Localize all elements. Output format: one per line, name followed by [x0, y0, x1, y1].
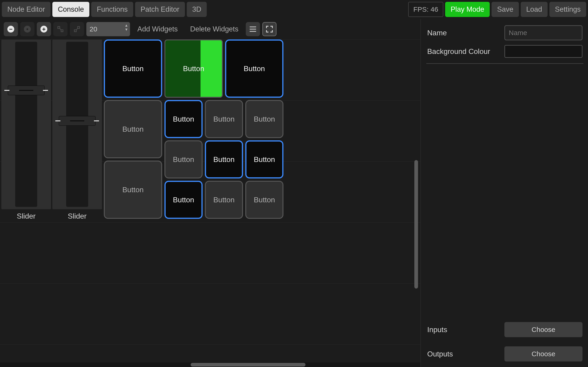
grid-size-value: 20 [90, 25, 97, 33]
zoom-in-icon: + [40, 26, 47, 33]
add-widgets-button[interactable]: Add Widgets [132, 22, 183, 36]
grid-button[interactable]: Button [164, 140, 203, 178]
top-bar: Node Editor Console Functions Patch Edit… [0, 0, 588, 19]
inspector-row-inputs: Inputs Choose [427, 322, 582, 337]
play-mode-button[interactable]: Play Mode [445, 2, 490, 17]
slider-thumb[interactable] [8, 85, 44, 95]
zoom-reset-icon: • [24, 26, 31, 33]
tab-3d[interactable]: 3D [187, 2, 207, 17]
slider-widget[interactable]: Slider [1, 40, 51, 220]
stepper-icons[interactable]: ▲▼ [124, 23, 128, 35]
inspector-separator [426, 63, 583, 64]
canvas-surface[interactable]: Slider Slider Button Button Button Butto… [0, 40, 420, 367]
main-area: − • + 20 ▲▼ Add Widgets Delete Widgets [0, 19, 588, 367]
grid-button[interactable]: Button [205, 140, 243, 178]
grid-button[interactable]: Button [104, 40, 162, 98]
grid-button[interactable]: Button [104, 100, 162, 158]
grid-button[interactable]: Button [164, 100, 203, 138]
grid-snap-b-button[interactable] [70, 22, 84, 36]
delete-widgets-button[interactable]: Delete Widgets [185, 22, 243, 36]
fit-view-button[interactable] [262, 22, 277, 36]
inspector-row-outputs: Outputs Choose [427, 346, 582, 361]
inspector-row-bgcolour: Background Colour [427, 45, 582, 58]
fps-readout: FPS: 46 [408, 2, 443, 17]
slider-widget[interactable]: Slider [52, 40, 102, 220]
inspector-outputs-label: Outputs [427, 350, 453, 358]
slider-track[interactable] [52, 40, 102, 209]
grid-button[interactable]: Button [164, 181, 203, 219]
grid-size-field[interactable]: 20 ▲▼ [86, 22, 130, 36]
grid-button[interactable]: Button [104, 161, 162, 219]
menu-button[interactable] [246, 22, 260, 36]
slider-track[interactable] [1, 40, 51, 209]
grid-button[interactable]: Button [205, 100, 243, 138]
grid-snap-a-button[interactable] [53, 22, 68, 36]
grid-button[interactable]: Button [245, 181, 284, 219]
settings-button[interactable]: Settings [549, 2, 586, 17]
slider-label: Slider [17, 212, 36, 220]
zoom-out-icon: − [7, 26, 14, 33]
inspector-name-input[interactable]: Name [504, 25, 582, 40]
inspector-inputs-label: Inputs [427, 325, 447, 334]
grid-button[interactable]: Button [225, 40, 284, 98]
tab-functions[interactable]: Functions [91, 2, 133, 17]
canvas-column: − • + 20 ▲▼ Add Widgets Delete Widgets [0, 19, 420, 367]
inspector-bgcolour-swatch[interactable] [504, 45, 582, 58]
tab-node-editor[interactable]: Node Editor [2, 2, 51, 17]
grid-snap-b-icon [73, 25, 81, 33]
inspector-inputs-choose-button[interactable]: Choose [504, 322, 582, 337]
tab-patch-editor[interactable]: Patch Editor [135, 2, 185, 17]
fit-view-icon [266, 25, 273, 33]
slider-label: Slider [68, 212, 86, 220]
inspector-bgcolour-label: Background Colour [427, 47, 490, 56]
grid-snap-a-icon [57, 25, 64, 33]
grid-button[interactable]: Button [205, 181, 243, 219]
grid-button[interactable]: Button [164, 40, 223, 98]
load-button[interactable]: Load [521, 2, 548, 17]
grid-button[interactable]: Button [245, 100, 284, 138]
canvas-toolbar: − • + 20 ▲▼ Add Widgets Delete Widgets [0, 19, 420, 40]
grid-button[interactable]: Button [245, 140, 284, 178]
zoom-reset-button[interactable]: • [20, 22, 35, 36]
inspector-row-name: Name Name [427, 25, 582, 40]
slider-thumb[interactable] [59, 116, 95, 126]
inspector-outputs-choose-button[interactable]: Choose [504, 346, 582, 361]
zoom-in-button[interactable]: + [37, 22, 51, 36]
inspector-name-placeholder: Name [509, 29, 527, 37]
hamburger-icon [249, 26, 257, 32]
save-button[interactable]: Save [492, 2, 519, 17]
horizontal-scrollbar-thumb[interactable] [191, 363, 305, 367]
zoom-out-button[interactable]: − [4, 22, 18, 36]
inspector-name-label: Name [427, 29, 447, 37]
tab-console[interactable]: Console [52, 2, 90, 17]
inspector-panel: Name Name Background Colour Inputs Choos… [420, 19, 588, 367]
vertical-scrollbar-thumb[interactable] [414, 160, 418, 289]
